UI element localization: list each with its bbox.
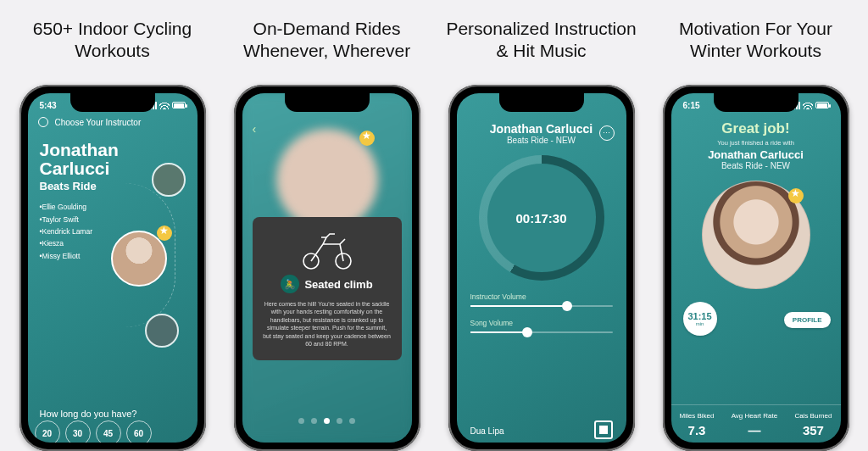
screen-move-detail: ‹ 🚴 Seated climb Here comes the hill! Yo… xyxy=(242,93,412,443)
bike-icon xyxy=(298,229,357,270)
stat-label: Cals Burned xyxy=(794,412,832,420)
showcase-panel-3: Personalized Instruction & Hit Music ⋯ J… xyxy=(440,0,643,451)
slider-label: Song Volume xyxy=(470,319,613,327)
phone-frame: ⋯ Jonathan Carlucci Beats Ride - NEW 00:… xyxy=(448,85,635,451)
phone-frame: 5:43 Choose Your Instructor Jonathan Car… xyxy=(19,85,206,451)
phone-notch xyxy=(285,93,370,112)
stop-button[interactable] xyxy=(594,420,613,439)
instructor-avatar-alt[interactable] xyxy=(145,314,179,348)
screen-now-playing: ⋯ Jonathan Carlucci Beats Ride - NEW 00:… xyxy=(457,93,626,443)
dot xyxy=(311,418,317,424)
status-time: 5:43 xyxy=(40,101,57,110)
progress-ring: 00:17:30 xyxy=(479,155,604,281)
stat-label: Avg Heart Rate xyxy=(732,412,778,420)
headline: On-Demand Rides Whenever, Wherever xyxy=(225,0,429,85)
duration-options: 20 30 45 60 xyxy=(35,420,152,443)
slider-label: Instructor Volume xyxy=(470,292,613,301)
stat-value: — xyxy=(732,423,778,437)
headline: 650+ Indoor Cycling Workouts xyxy=(11,0,214,85)
instructor-avatar-alt[interactable] xyxy=(152,163,186,197)
phone-frame: ‹ 🚴 Seated climb Here comes the hill! Yo… xyxy=(234,85,420,451)
instructor-volume-slider[interactable]: Instructor Volume xyxy=(470,292,613,307)
move-title-row: 🚴 Seated climb xyxy=(263,275,392,293)
stat-heart-rate: Avg Heart Rate — xyxy=(732,412,778,437)
dot xyxy=(337,418,342,424)
move-badge-icon: 🚴 xyxy=(281,275,299,293)
headline: Motivation For Your Winter Workouts xyxy=(654,0,858,85)
showcase-panel-1: 650+ Indoor Cycling Workouts 5:43 Choose… xyxy=(11,0,214,451)
duration-option[interactable]: 45 xyxy=(96,420,121,443)
completion-header: Great job! You just finished a ride with… xyxy=(671,117,841,175)
move-card[interactable]: 🚴 Seated climb Here comes the hill! You'… xyxy=(253,217,402,360)
timer-value: 00:17:30 xyxy=(479,211,604,226)
dot xyxy=(298,418,304,424)
back-button[interactable]: ‹ xyxy=(253,122,257,136)
headline: Personalized Instruction & Hit Music xyxy=(440,0,643,85)
move-title: Seated climb xyxy=(304,278,372,291)
favorite-star-icon xyxy=(359,131,375,146)
song-volume-slider[interactable]: Song Volume xyxy=(470,319,613,333)
dot-active xyxy=(324,418,330,424)
instructor-name: Jonathan Carlucci xyxy=(671,148,841,161)
phone-notch xyxy=(70,93,155,112)
ride-name: Beats Ride - NEW xyxy=(671,161,841,170)
page-indicator[interactable] xyxy=(242,418,412,424)
battery-icon xyxy=(172,102,186,109)
battery-icon xyxy=(815,102,829,109)
now-playing-song: Dua Lipa xyxy=(470,426,504,436)
phone-frame: 6:15 Great job! You just finished a ride… xyxy=(663,85,849,451)
stat-label: Miles Biked xyxy=(680,412,715,420)
favorite-star-icon[interactable] xyxy=(157,226,172,241)
screen-ride-complete: 6:15 Great job! You just finished a ride… xyxy=(671,93,841,443)
status-time: 6:15 xyxy=(683,101,700,110)
ride-stats: Miles Biked 7.3 Avg Heart Rate — Cals Bu… xyxy=(671,404,841,437)
stat-value: 357 xyxy=(794,423,832,437)
favorite-star-icon[interactable] xyxy=(788,188,804,203)
duration-prompt: How long do you have? xyxy=(40,409,137,419)
showcase-panel-4: Motivation For Your Winter Workouts 6:15… xyxy=(654,0,858,451)
screen-title: Choose Your Instructor xyxy=(55,118,142,127)
ride-name: Beats Ride - NEW xyxy=(457,136,626,145)
stat-calories: Cals Burned 357 xyxy=(794,412,832,437)
dot xyxy=(349,418,355,424)
duration-option[interactable]: 20 xyxy=(35,420,60,443)
volume-controls: Instructor Volume Song Volume xyxy=(457,281,626,333)
stat-miles: Miles Biked 7.3 xyxy=(680,412,715,437)
settings-icon[interactable] xyxy=(38,117,48,127)
stat-value: 7.3 xyxy=(680,423,715,437)
move-description: Here comes the hill! You're seated in th… xyxy=(263,300,392,348)
wifi-icon xyxy=(803,102,813,109)
instructor-avatar-selected[interactable] xyxy=(111,231,167,287)
screen-choose-instructor: 5:43 Choose Your Instructor Jonathan Car… xyxy=(28,93,198,443)
screen-header: Choose Your Instructor xyxy=(28,117,198,132)
finished-text: You just finished a ride with xyxy=(671,139,841,147)
duration-option[interactable]: 30 xyxy=(65,420,91,443)
wifi-icon xyxy=(159,102,170,109)
phone-notch xyxy=(499,93,584,112)
showcase-panel-2: On-Demand Rides Whenever, Wherever ‹ 🚴 S… xyxy=(225,0,429,451)
duration-chip: 31:15 min xyxy=(683,302,717,336)
phone-notch xyxy=(714,93,798,112)
profile-button[interactable]: PROFILE xyxy=(784,312,831,328)
duration-option[interactable]: 60 xyxy=(126,420,152,443)
great-job-label: Great job! xyxy=(671,120,841,137)
